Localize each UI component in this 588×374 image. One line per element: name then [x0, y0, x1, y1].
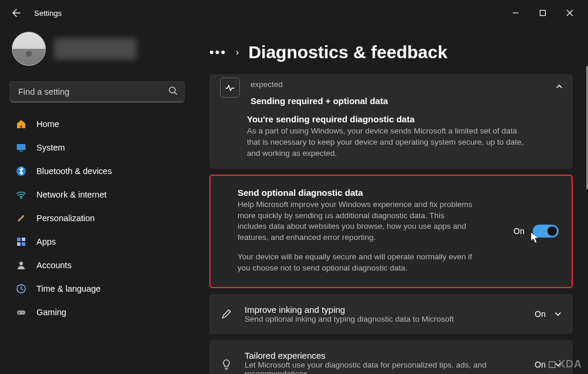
svg-rect-2 — [17, 144, 26, 150]
tailored-title: Tailored experiences — [245, 350, 497, 360]
page-header: ••• › Diagnostics & feedback — [209, 26, 573, 74]
svg-rect-3 — [19, 151, 23, 152]
inking-title: Improve inking and typing — [245, 305, 454, 315]
pen-icon — [219, 306, 234, 322]
inking-sub: Send optional inking and typing diagnost… — [245, 315, 454, 323]
system-icon — [15, 142, 27, 153]
apps-icon — [15, 236, 27, 248]
chevron-down-icon — [554, 310, 562, 318]
tailored-sub: Let Microsoft use your diagnostic data f… — [245, 360, 497, 374]
nav-label: Gaming — [36, 308, 66, 317]
main-content: ••• › Diagnostics & feedback expected Se… — [194, 26, 588, 374]
nav-list: Home System Bluetooth & devices Network … — [9, 113, 185, 323]
brush-icon — [15, 212, 27, 224]
nav-label: Accounts — [36, 261, 72, 270]
watermark-square-icon — [549, 361, 556, 368]
search-box[interactable] — [9, 81, 185, 102]
search-icon — [168, 86, 178, 98]
sidebar: Home System Bluetooth & devices Network … — [0, 26, 194, 374]
optional-body-2: Your device will be equally secure and w… — [238, 252, 473, 274]
inking-typing-card[interactable]: Improve inking and typing Send optional … — [209, 294, 573, 334]
nav-network[interactable]: Network & internet — [9, 183, 185, 206]
window-controls — [502, 4, 583, 22]
arrow-left-icon — [12, 8, 21, 18]
inking-value: On — [534, 309, 546, 319]
svg-rect-6 — [17, 238, 21, 241]
maximize-icon — [539, 9, 546, 16]
gaming-icon — [15, 306, 27, 318]
minimize-icon — [512, 9, 519, 16]
nav-gaming[interactable]: Gaming — [9, 301, 185, 323]
close-icon — [566, 9, 573, 16]
svg-point-10 — [19, 262, 23, 265]
lightbulb-icon — [219, 357, 234, 372]
watermark-text: XDA — [558, 358, 582, 370]
profile-block[interactable] — [9, 26, 185, 78]
profile-name-redacted — [54, 38, 136, 59]
svg-point-5 — [21, 198, 22, 199]
nav-home[interactable]: Home — [9, 113, 185, 135]
svg-point-1 — [169, 87, 175, 93]
wifi-icon — [15, 189, 27, 201]
search-input[interactable] — [9, 81, 185, 102]
home-icon — [15, 118, 27, 130]
nav-time-language[interactable]: Time & language — [9, 278, 185, 300]
svg-rect-8 — [17, 242, 21, 246]
bluetooth-icon — [15, 165, 27, 177]
titlebar: Settings — [0, 0, 588, 26]
breadcrumb-chevron-icon: › — [236, 47, 239, 58]
window-title: Settings — [34, 9, 62, 18]
nav-label: Home — [36, 119, 59, 129]
collapse-button[interactable] — [555, 82, 563, 93]
nav-label: Time & language — [36, 284, 101, 293]
required-body: As a part of using Windows, your device … — [247, 126, 529, 159]
nav-apps[interactable]: Apps — [9, 231, 185, 253]
avatar — [12, 32, 46, 66]
maximize-button[interactable] — [529, 4, 556, 22]
minimize-button[interactable] — [502, 4, 529, 22]
required-data-section: You're sending required diagnostic data … — [220, 114, 562, 159]
nav-label: Network & internet — [36, 190, 106, 199]
nav-accounts[interactable]: Accounts — [9, 254, 185, 276]
optional-title: Send optional diagnostic data — [238, 188, 561, 198]
watermark: XDA — [549, 358, 582, 370]
page-title: Diagnostics & feedback — [248, 42, 447, 62]
nav-label: System — [36, 143, 65, 152]
toggle-state-label: On — [513, 226, 524, 236]
optional-data-toggle[interactable] — [533, 225, 559, 238]
card-small-caption: expected — [250, 80, 388, 89]
nav-personalization[interactable]: Personalization — [9, 207, 185, 229]
close-button[interactable] — [556, 4, 583, 22]
required-title: You're sending required diagnostic data — [247, 114, 562, 124]
diagnostic-icon — [220, 78, 240, 98]
diagnostic-data-card: expected Sending required + optional dat… — [209, 74, 573, 169]
overflow-button[interactable]: ••• — [209, 46, 226, 59]
nav-label: Personalization — [36, 213, 95, 223]
nav-label: Bluetooth & devices — [36, 166, 112, 176]
svg-rect-9 — [22, 242, 25, 246]
optional-body-1: Help Microsoft improve your Windows expe… — [238, 199, 473, 244]
svg-rect-7 — [22, 238, 25, 241]
nav-system[interactable]: System — [9, 136, 185, 159]
diagnostic-state-line: Sending required + optional data — [250, 96, 388, 106]
scrollbar[interactable] — [586, 0, 588, 374]
tailored-value: On — [534, 360, 546, 369]
chevron-up-icon — [555, 82, 563, 91]
account-icon — [15, 259, 27, 271]
nav-bluetooth[interactable]: Bluetooth & devices — [9, 160, 185, 182]
back-button[interactable] — [5, 1, 28, 25]
svg-rect-0 — [540, 11, 546, 16]
optional-diagnostic-card: Send optional diagnostic data Help Micro… — [209, 175, 573, 288]
nav-label: Apps — [36, 237, 56, 246]
svg-point-13 — [22, 312, 24, 313]
time-icon — [15, 283, 27, 295]
tailored-experiences-card[interactable]: Tailored experiences Let Microsoft use y… — [209, 340, 573, 374]
